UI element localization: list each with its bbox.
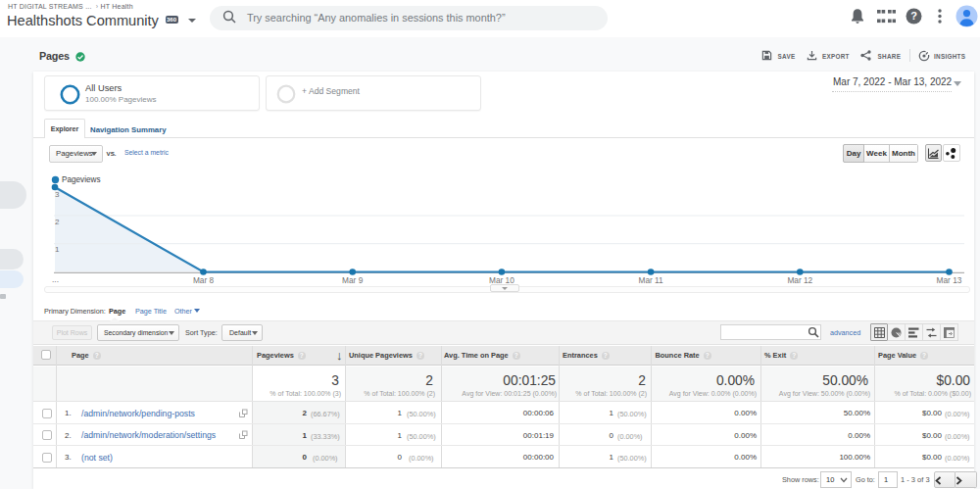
svg-text:Mar 8: Mar 8 [193,275,215,285]
svg-text:3: 3 [55,190,60,199]
svg-text:?: ? [910,10,917,22]
svg-text:1: 1 [55,245,60,254]
svg-text:Mar 9: Mar 9 [342,275,364,285]
svg-text:...: ... [52,274,59,284]
svg-text:Mar 11: Mar 11 [638,275,663,285]
svg-text:Mar 12: Mar 12 [787,275,812,285]
svg-text:Mar 13: Mar 13 [937,275,962,285]
svg-text:2: 2 [55,218,60,226]
